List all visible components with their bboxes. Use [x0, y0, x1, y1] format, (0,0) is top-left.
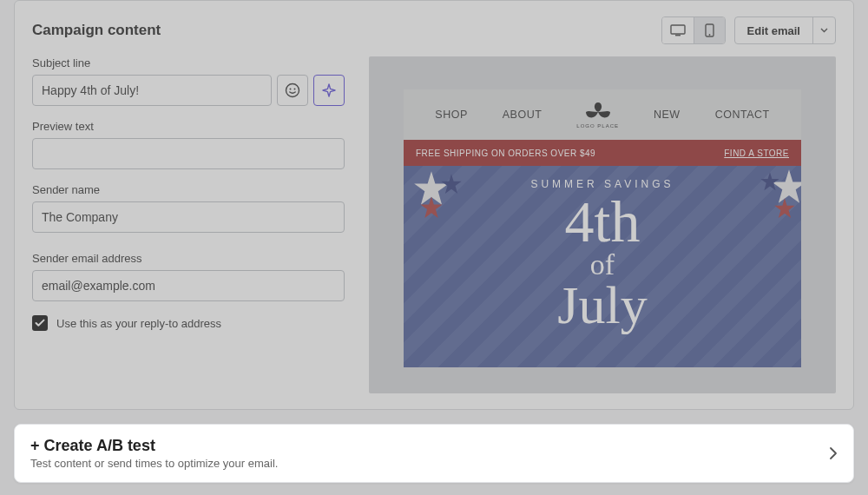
hero-line1: 4th — [565, 194, 641, 250]
chevron-right-icon — [829, 446, 838, 460]
nav-new: NEW — [654, 109, 681, 121]
nav-contact: CONTACT — [715, 109, 770, 121]
svg-rect-1 — [675, 35, 681, 36]
sender-name-label: Sender name — [32, 183, 345, 196]
chevron-down-icon — [820, 28, 828, 33]
ab-title: + Create A/B test — [30, 437, 278, 455]
desktop-view-button[interactable] — [662, 17, 694, 43]
subject-line-input[interactable] — [32, 75, 272, 106]
preview-text-input[interactable] — [32, 138, 345, 169]
banner-right-link: FIND A STORE — [724, 148, 789, 158]
desktop-icon — [670, 24, 686, 36]
edit-email-dropdown[interactable] — [812, 17, 835, 43]
preview-text-label: Preview text — [32, 120, 345, 133]
hero-text: SUMMER SAVINGS 4th of July — [404, 166, 801, 367]
svg-point-5 — [290, 89, 292, 90]
email-nav: SHOP ABOUT LOGO PLACE NEW CONTACT — [404, 89, 801, 140]
sender-email-field: Sender email address — [32, 252, 345, 301]
panel-header: Campaign content Edit email — [32, 16, 836, 44]
panel-title: Campaign content — [32, 22, 161, 39]
svg-point-3 — [708, 34, 710, 36]
form-column: Subject line Preview text Sender name — [32, 56, 345, 393]
sender-name-field: Sender name — [32, 183, 345, 233]
svg-point-4 — [286, 84, 299, 97]
checkmark-icon — [35, 319, 45, 327]
sender-email-input[interactable] — [32, 270, 345, 301]
subject-line-label: Subject line — [32, 56, 345, 69]
edit-email-group: Edit email — [734, 16, 836, 44]
sender-email-label: Sender email address — [32, 252, 345, 265]
ab-subtitle: Test content or send times to optimize y… — [30, 457, 278, 470]
reply-to-checkbox[interactable] — [32, 315, 48, 331]
leaf-logo-icon — [583, 101, 613, 122]
reply-to-label: Use this as your reply-to address — [56, 317, 221, 330]
shipping-banner: FREE SHIPPING ON ORDERS OVER $49 FIND A … — [404, 140, 801, 166]
subject-line-field: Subject line — [32, 56, 345, 106]
mobile-view-button[interactable] — [694, 17, 725, 43]
mobile-icon — [705, 23, 714, 37]
nav-shop: SHOP — [435, 109, 467, 121]
svg-rect-0 — [671, 25, 685, 34]
hero-line3: July — [557, 280, 647, 331]
ab-left: + Create A/B test Test content or send t… — [30, 437, 278, 470]
nav-about: ABOUT — [503, 109, 542, 121]
header-controls: Edit email — [661, 16, 836, 44]
campaign-content-panel: Campaign content Edit email Subject lin — [14, 0, 854, 410]
edit-email-button[interactable]: Edit email — [735, 17, 812, 43]
sparkle-icon — [322, 83, 336, 97]
ai-suggestion-button[interactable] — [313, 75, 345, 106]
device-view-toggle — [661, 16, 726, 44]
nav-logo-text: LOGO PLACE — [576, 123, 619, 129]
create-ab-test-row[interactable]: + Create A/B test Test content or send t… — [14, 424, 854, 483]
svg-point-6 — [294, 89, 296, 90]
sender-name-input[interactable] — [32, 201, 345, 233]
subject-line-row — [32, 75, 345, 106]
banner-left: FREE SHIPPING ON ORDERS OVER $49 — [416, 148, 595, 158]
preview-text-field: Preview text — [32, 120, 345, 169]
hero-section: SUMMER SAVINGS 4th of July — [404, 166, 801, 367]
nav-logo: LOGO PLACE — [576, 101, 619, 129]
email-preview-pane: SHOP ABOUT LOGO PLACE NEW CONTACT FREE S… — [369, 56, 836, 393]
reply-to-row: Use this as your reply-to address — [32, 315, 345, 331]
smiley-icon — [285, 82, 300, 98]
content-row: Subject line Preview text Sender name — [32, 56, 836, 393]
email-preview-frame: SHOP ABOUT LOGO PLACE NEW CONTACT FREE S… — [404, 89, 801, 367]
emoji-picker-button[interactable] — [277, 75, 308, 106]
